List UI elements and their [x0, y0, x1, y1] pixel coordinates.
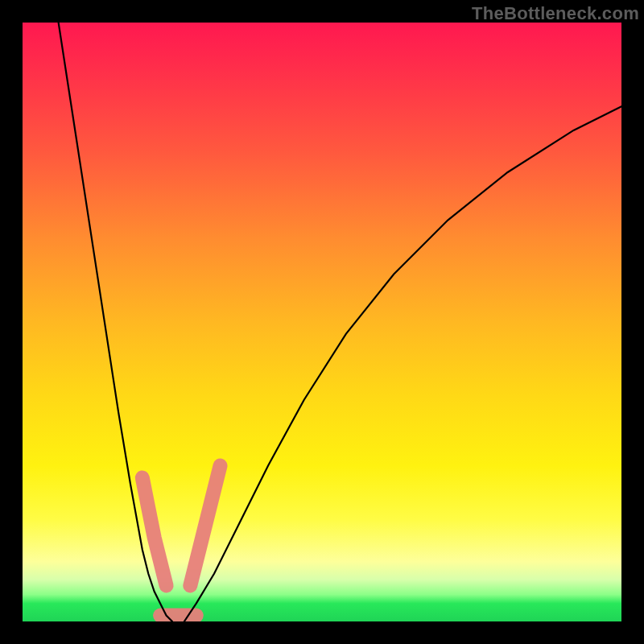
highlight-band-left: [142, 477, 167, 585]
curve-layer: [23, 23, 621, 621]
highlight-band-right: [190, 466, 220, 586]
watermark-text: TheBottleneck.com: [472, 3, 639, 24]
plot-area: [23, 23, 621, 621]
chart-frame: TheBottleneck.com: [0, 0, 644, 644]
curve-right-arm: [184, 106, 621, 621]
